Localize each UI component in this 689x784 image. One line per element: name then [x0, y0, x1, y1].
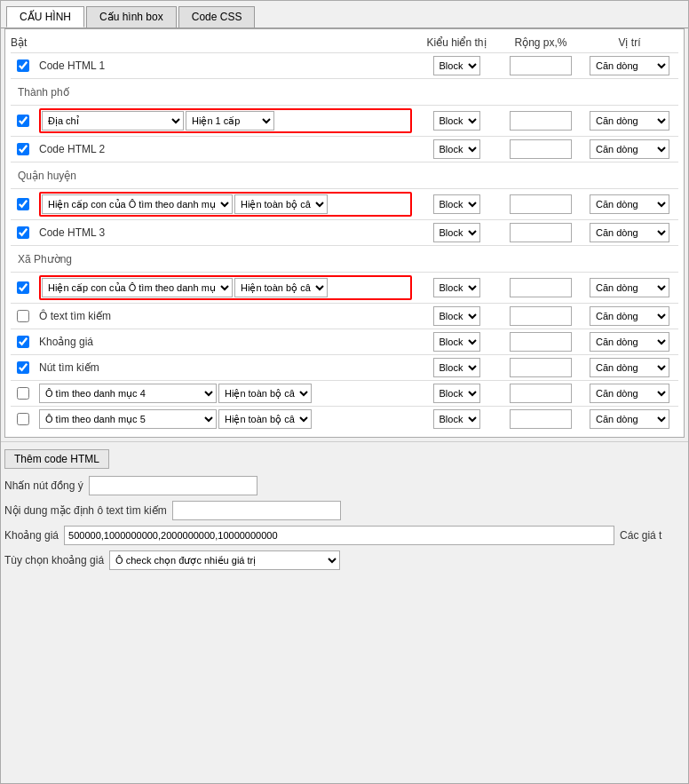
- select-vitri-html2[interactable]: Căn dòng: [590, 139, 669, 159]
- check-hien-cap-2[interactable]: [11, 281, 36, 294]
- check-dm4[interactable]: [11, 387, 36, 400]
- select-dm4[interactable]: Ô tìm theo danh mục 4: [39, 384, 217, 403]
- kieu-o-text[interactable]: Block: [412, 306, 501, 326]
- vitri-html3[interactable]: Căn dòng: [581, 223, 678, 242]
- khoang-gia-value-input[interactable]: [64, 526, 614, 545]
- select-cap-con-2[interactable]: Hiện cấp con của Ô tìm theo danh mục 2: [42, 278, 233, 297]
- select-kieu-html1[interactable]: BlockInlineNone: [433, 56, 480, 75]
- vitri-dm4[interactable]: Căn dòng: [581, 384, 678, 403]
- select-kieu-html3[interactable]: Block: [433, 223, 480, 242]
- select-kieu-o-text[interactable]: Block: [433, 306, 480, 326]
- rong-o-text[interactable]: [501, 306, 581, 326]
- select-dm5[interactable]: Ô tìm theo danh mục 5: [39, 409, 217, 429]
- checkbox-dia-chi[interactable]: [17, 115, 29, 127]
- kieu-dm5[interactable]: Block: [412, 409, 501, 429]
- select-toan-bo-2[interactable]: Hiện toàn bộ cây: [234, 278, 328, 297]
- tuy-chon-select[interactable]: Ô check chọn được nhiều giá trị: [109, 550, 340, 570]
- rong-khoang-gia[interactable]: [501, 332, 581, 352]
- vitri-html2[interactable]: Căn dòng: [581, 139, 678, 159]
- vitri-cap2[interactable]: Căn dòng: [581, 278, 678, 297]
- checkbox-o-text[interactable]: [17, 310, 29, 322]
- rong-html3[interactable]: [501, 223, 581, 242]
- select-cap-con-1[interactable]: Hiện cấp con của Ô tìm theo danh mục 1: [42, 194, 233, 214]
- input-rong-html2[interactable]: [510, 139, 572, 159]
- vitri-cap1[interactable]: Căn dòng: [581, 194, 678, 214]
- checkbox-dm4[interactable]: [17, 387, 29, 400]
- checkbox-khoang-gia[interactable]: [17, 336, 29, 348]
- tab-code-css[interactable]: Code CSS: [178, 6, 256, 28]
- select-kieu-cap1[interactable]: Block: [433, 194, 480, 214]
- rong-dm5[interactable]: [501, 409, 581, 429]
- select-kieu-cap2[interactable]: Block: [433, 278, 480, 297]
- checkbox-cap2[interactable]: [17, 281, 29, 294]
- rong-dm4[interactable]: [501, 384, 581, 403]
- select-kieu-khoang-gia[interactable]: Block: [433, 332, 480, 352]
- kieu-khoang-gia[interactable]: Block: [412, 332, 501, 352]
- input-rong-cap2[interactable]: [510, 278, 572, 297]
- check-code-html-2[interactable]: [11, 143, 36, 155]
- select-vitri-cap1[interactable]: Căn dòng: [590, 194, 669, 214]
- input-rong-cap1[interactable]: [510, 194, 572, 214]
- kieu-nut-tim-kiem[interactable]: Block: [412, 358, 501, 377]
- input-rong-dia-chi[interactable]: [510, 111, 572, 131]
- add-code-html-button[interactable]: Thêm code HTML: [4, 449, 109, 469]
- kieu-dm4[interactable]: Block: [412, 384, 501, 403]
- rong-cap2[interactable]: [501, 278, 581, 297]
- tab-cau-hinh-box[interactable]: Cấu hình box: [86, 6, 177, 28]
- kieu-cap2[interactable]: Block: [412, 278, 501, 297]
- select-vitri-html3[interactable]: Căn dòng: [590, 223, 669, 242]
- select-hien-cap[interactable]: Hiện 1 cấpHiện 2 cấp: [186, 111, 274, 131]
- vitri-html1[interactable]: Căn dòngCăn tráiCăn phải: [581, 56, 678, 75]
- kieu-dia-chi[interactable]: Block: [412, 111, 501, 131]
- input-rong-html1[interactable]: [510, 56, 572, 75]
- vitri-dm5[interactable]: Căn dòng: [581, 409, 678, 429]
- rong-html2[interactable]: [501, 139, 581, 159]
- select-kieu-dm5[interactable]: Block: [433, 409, 480, 429]
- kieu-cap1[interactable]: Block: [412, 194, 501, 214]
- nhan-nut-input[interactable]: [89, 476, 257, 495]
- input-rong-o-text[interactable]: [510, 306, 572, 326]
- check-khoang-gia[interactable]: [11, 336, 36, 348]
- checkbox-html3[interactable]: [17, 226, 29, 239]
- vitri-nut-tim-kiem[interactable]: Căn dòng: [581, 358, 678, 377]
- checkbox-dm5[interactable]: [17, 413, 29, 425]
- check-o-text[interactable]: [11, 310, 36, 322]
- input-rong-dm4[interactable]: [510, 384, 572, 403]
- vitri-dia-chi[interactable]: Căn dòng: [581, 111, 678, 131]
- select-vitri-dia-chi[interactable]: Căn dòng: [590, 111, 669, 131]
- rong-cap1[interactable]: [501, 194, 581, 214]
- kieu-html1[interactable]: BlockInlineNone: [412, 56, 501, 75]
- select-vitri-khoang-gia[interactable]: Căn dòng: [590, 332, 669, 352]
- check-nut-tim-kiem[interactable]: [11, 361, 36, 374]
- check-code-html-1[interactable]: [11, 59, 36, 72]
- checkbox-cap1[interactable]: [17, 198, 29, 210]
- rong-nut-tim-kiem[interactable]: [501, 358, 581, 377]
- tab-cau-hinh[interactable]: CẤU HÌNH: [6, 6, 84, 28]
- rong-html1[interactable]: [501, 56, 581, 75]
- select-vitri-dm5[interactable]: Căn dòng: [590, 409, 669, 429]
- input-rong-nut-tim-kiem[interactable]: [510, 358, 572, 377]
- select-vitri-o-text[interactable]: Căn dòng: [590, 306, 669, 326]
- check-dm5[interactable]: [11, 413, 36, 425]
- select-vitri-html1[interactable]: Căn dòngCăn tráiCăn phải: [590, 56, 669, 75]
- check-code-html-3[interactable]: [11, 226, 36, 239]
- checkbox-html2[interactable]: [17, 143, 29, 155]
- checkbox-nut-tim-kiem[interactable]: [17, 361, 29, 374]
- noi-dung-input[interactable]: [172, 501, 341, 520]
- input-rong-khoang-gia[interactable]: [510, 332, 572, 352]
- check-hien-cap-1[interactable]: [11, 198, 36, 210]
- vitri-khoang-gia[interactable]: Căn dòng: [581, 332, 678, 352]
- select-dia-chi[interactable]: Địa chỉ: [42, 111, 184, 131]
- input-rong-html3[interactable]: [510, 223, 572, 242]
- select-vitri-cap2[interactable]: Căn dòng: [590, 278, 669, 297]
- select-vitri-nut-tim-kiem[interactable]: Căn dòng: [590, 358, 669, 377]
- input-rong-dm5[interactable]: [510, 409, 572, 429]
- select-kieu-dm4[interactable]: Block: [433, 384, 480, 403]
- select-toan-bo-5[interactable]: Hiện toàn bộ cây: [218, 409, 312, 429]
- select-kieu-nut-tim-kiem[interactable]: Block: [433, 358, 480, 377]
- checkbox-html1[interactable]: [17, 59, 29, 72]
- kieu-html2[interactable]: Block: [412, 139, 501, 159]
- select-toan-bo-1[interactable]: Hiện toàn bộ cây: [234, 194, 328, 214]
- vitri-o-text[interactable]: Căn dòng: [581, 306, 678, 326]
- rong-dia-chi[interactable]: [501, 111, 581, 131]
